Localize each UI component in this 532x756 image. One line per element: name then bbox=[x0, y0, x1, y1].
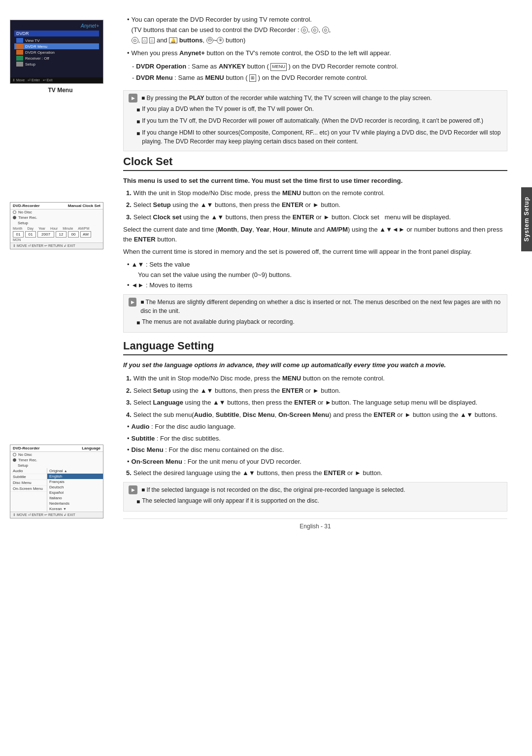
side-tab-label: System Setup bbox=[523, 197, 530, 241]
clock-step-3: 3. Select Clock set using the ▲▼ buttons… bbox=[126, 212, 507, 222]
clock-header-right: Manual Clock Set bbox=[68, 204, 100, 208]
clock-row-nodisc: No Disc bbox=[10, 209, 103, 215]
right-column: You can operate the DVD Recorder by usin… bbox=[118, 15, 522, 741]
lang-row-setup: Setup bbox=[10, 463, 103, 468]
lang-header-left: DVD-Recorder bbox=[13, 446, 40, 450]
top-bullet-1-text: You can operate the DVD Recorder by usin… bbox=[132, 16, 312, 23]
footer-text: English - 31 bbox=[299, 523, 331, 530]
note-item-hdmi: ■ If you change HDMI to other sources(Co… bbox=[136, 128, 502, 146]
lang-step-1: 1. With the unit in Stop mode/No Disc mo… bbox=[126, 374, 507, 383]
clock-nav: ⇕ MOVE ⏎ ENTER ↩ RETURN ↲ EXIT bbox=[10, 242, 103, 249]
page-footer: English - 31 bbox=[123, 518, 507, 530]
clock-row-setup: Setup bbox=[10, 220, 103, 226]
lang-bullet-disc-menu: Disc Menu : For the disc menu contained … bbox=[127, 445, 507, 455]
clock-step-1: 1. With the unit in Stop mode/No Disc mo… bbox=[126, 188, 507, 198]
tv-menu-item-setup: Setup bbox=[14, 61, 99, 67]
lang-opt-deutsch: Deutsch bbox=[47, 484, 103, 490]
tv-menu-caption: TV Menu bbox=[10, 87, 111, 94]
note-item-dvd-power: ■ If you play a DVD when the TV power is… bbox=[136, 104, 502, 114]
top-bullet-1-sub2: ⊙, ⌂ ⌂ and 🔔 buttons, ⓜ~⑨ button) bbox=[132, 36, 246, 44]
lang-opt-espanol: Español bbox=[47, 490, 103, 495]
lang-menu-area: Audio Subtitle Disc Menu On-Screen Menu … bbox=[10, 468, 103, 512]
lang-step-3: 3. Select Language using the ▲▼ buttons,… bbox=[126, 398, 507, 408]
lang-note-2: ■ The selected language will only appear… bbox=[136, 496, 502, 506]
lang-right-list: Original ▲ English Français Deutsch Espa… bbox=[47, 468, 103, 512]
lang-row-timer: Timer Rec. bbox=[10, 457, 103, 463]
clock-note-block: ▶ ■ The Menus are slightly different dep… bbox=[123, 294, 507, 333]
lang-row-nodisc: No Disc bbox=[10, 452, 103, 457]
language-diagram: DVD-Recorder Language No Disc Timer Rec.… bbox=[10, 445, 103, 518]
side-tab: System Setup bbox=[521, 187, 532, 251]
top-section: You can operate the DVD Recorder by usin… bbox=[123, 15, 507, 82]
clock-note-2: ■ The menus are not available during pla… bbox=[136, 317, 502, 327]
tv-menu-item-dvdr-op: DVDR Operation bbox=[14, 49, 99, 55]
sub-bullet-dvdr-menu: DVDR Menu : Same as MENU button ( ⊞ ) on… bbox=[132, 73, 507, 83]
note-icon-1: ▶ bbox=[129, 94, 137, 103]
lang-bullet-audio: Audio : For the disc audio language. bbox=[127, 422, 507, 432]
lang-header-right: Language bbox=[82, 446, 100, 450]
tv-nav-bar: ⇕ Move⏎ Enter↩ Exit bbox=[10, 77, 103, 83]
left-column: Anynet+ DVDR View TV DVDR Menu DVDR Oper… bbox=[10, 15, 118, 741]
note-item-tv-off: ■ If you turn the TV off, the DVD Record… bbox=[136, 116, 502, 126]
lang-opt-english: English bbox=[47, 474, 103, 479]
clock-day: MON bbox=[10, 238, 103, 242]
lang-opt-nederlands: Nederlands bbox=[47, 501, 103, 506]
clock-set-heading: Clock Set bbox=[123, 155, 507, 171]
clock-inputs: 01 01 2007 12 00 AM bbox=[10, 231, 103, 238]
lang-opt-korean: Korean ▼ bbox=[47, 506, 103, 512]
clock-step-2: 2. Select Setup using the ▲▼ buttons, th… bbox=[126, 200, 507, 210]
lang-item-subtitle: Subtitle bbox=[10, 474, 47, 480]
buttons-text: buttons bbox=[179, 36, 203, 44]
clock-set-diagram: DVD-Recorder Manual Clock Set No Disc Ti… bbox=[10, 202, 103, 249]
note-item-play: ▶ ■ By pressing the PLAY button of the r… bbox=[129, 94, 502, 103]
clock-set-intro: This menu is used to set the current tim… bbox=[123, 176, 507, 186]
note-icon-clock-1: ▶ bbox=[129, 298, 136, 307]
clock-header-left: DVD-Recorder bbox=[13, 204, 40, 208]
note-icon-lang-1: ▶ bbox=[129, 485, 137, 494]
clock-note-1: ▶ ■ The Menus are slightly different dep… bbox=[129, 298, 502, 315]
lang-step-4: 4. Select the sub menu(Audio, Subtitle, … bbox=[126, 410, 507, 420]
tv-menu-item-receiver: Receiver : Off bbox=[14, 55, 99, 61]
clock-sub-number: You can set the value using the number (… bbox=[138, 271, 507, 278]
language-setting-heading: Language Setting bbox=[123, 340, 507, 355]
top-bullet-1: You can operate the DVD Recorder by usin… bbox=[127, 15, 507, 45]
tv-menu-item-dvdr-menu: DVDR Menu bbox=[14, 43, 99, 49]
language-setting-section: Language Setting If you set the language… bbox=[123, 340, 507, 512]
clock-bullet-leftright: ◄► : Moves to items bbox=[127, 280, 507, 290]
clock-body2: When the current time is stored in memor… bbox=[123, 247, 507, 257]
lang-opt-italiano: Italiano bbox=[47, 495, 103, 501]
clock-row-timer: Timer Rec. bbox=[10, 215, 103, 220]
tv-menu-title: DVDR bbox=[14, 31, 99, 36]
clock-bullet-updown: ▲▼ : Sets the value bbox=[127, 260, 507, 270]
clock-body1: Select the current date and time (Month,… bbox=[123, 225, 507, 244]
lang-left-menu: Audio Subtitle Disc Menu On-Screen Menu bbox=[10, 468, 47, 512]
top-bullet-1-sub: (TV buttons that can be used to control … bbox=[132, 26, 331, 34]
clock-set-section: Clock Set This menu is used to set the c… bbox=[123, 155, 507, 333]
language-intro: If you set the language options in advan… bbox=[123, 360, 507, 370]
tv-menu-item: View TV bbox=[14, 37, 99, 43]
clock-date-labels: MonthDayYearHourMinuteAM/PM bbox=[10, 226, 103, 231]
top-bullet-2: When you press Anynet+ button on the TV'… bbox=[127, 48, 507, 59]
anynet-bold: Anynet+ bbox=[179, 49, 205, 57]
tv-menu-diagram: Anynet+ DVDR View TV DVDR Menu DVDR Oper… bbox=[10, 20, 103, 84]
lang-note-1: ▶ ■ If the selected language is not reco… bbox=[129, 485, 502, 494]
note-block-1: ▶ ■ By pressing the PLAY button of the r… bbox=[123, 90, 507, 151]
tv-brand: Anynet+ bbox=[14, 23, 99, 29]
lang-item-audio: Audio bbox=[10, 468, 47, 474]
lang-opt-francais: Français bbox=[47, 479, 103, 484]
lang-item-disc-menu: Disc Menu bbox=[10, 480, 47, 486]
lang-step-2: 2. Select Setup using the ▲▼ buttons, th… bbox=[126, 386, 507, 396]
lang-bullet-subtitle: Subtitle : For the disc subtitles. bbox=[127, 434, 507, 444]
lang-step-5: 5. Select the desired language using the… bbox=[126, 468, 507, 478]
lang-note-block: ▶ ■ If the selected language is not reco… bbox=[123, 482, 507, 512]
lang-bullet-onscreen: On-Screen Menu : For the unit menu of yo… bbox=[127, 457, 507, 467]
sub-bullet-dvdr-op: DVDR Operation : Same as ANYKEY button (… bbox=[132, 62, 507, 71]
lang-opt-original: Original ▲ bbox=[47, 468, 103, 474]
lang-item-onscreen: On-Screen Menu bbox=[10, 486, 47, 492]
lang-nav: ⇕ MOVE ⏎ ENTER ↩ RETURN ↲ EXIT bbox=[10, 512, 103, 518]
